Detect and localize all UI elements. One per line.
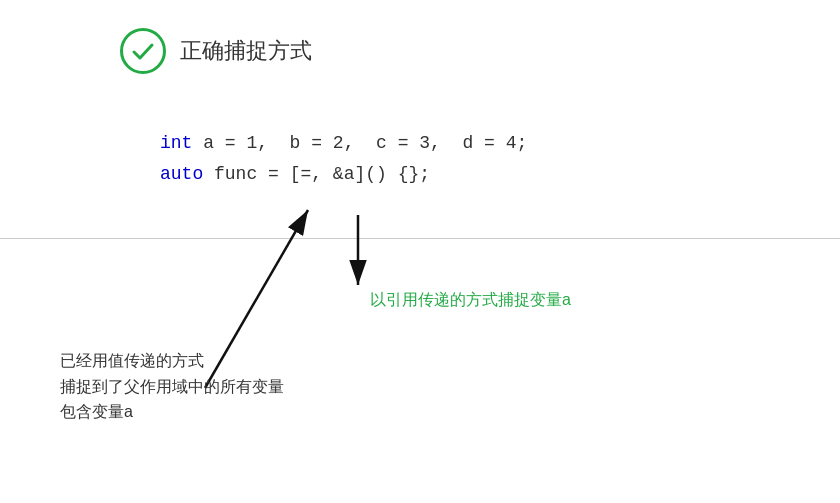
header-title: 正确捕捉方式 bbox=[180, 36, 312, 66]
checkmark-icon bbox=[130, 38, 156, 64]
arrows-svg bbox=[0, 0, 840, 503]
code-block: int a = 1, b = 2, c = 3, d = 4; auto fun… bbox=[160, 128, 527, 189]
code-line-1: int a = 1, b = 2, c = 3, d = 4; bbox=[160, 128, 527, 159]
page-container: 正确捕捉方式 int a = 1, b = 2, c = 3, d = 4; a… bbox=[0, 0, 840, 503]
left-annotation-line2: 捕捉到了父作用域中的所有变量 bbox=[60, 374, 284, 400]
keyword-int: int bbox=[160, 133, 192, 153]
code-line2-rest: func = [=, &a]() {}; bbox=[203, 164, 430, 184]
right-annotation-text: 以引用传递的方式捕捉变量a bbox=[370, 291, 571, 308]
code-line1-rest: a = 1, b = 2, c = 3, d = 4; bbox=[192, 133, 527, 153]
keyword-auto: auto bbox=[160, 164, 203, 184]
header-section: 正确捕捉方式 bbox=[120, 28, 312, 74]
code-line-2: auto func = [=, &a]() {}; bbox=[160, 159, 527, 190]
left-annotation: 已经用值传递的方式 捕捉到了父作用域中的所有变量 包含变量a bbox=[60, 348, 284, 425]
divider bbox=[0, 238, 840, 239]
right-annotation: 以引用传递的方式捕捉变量a bbox=[370, 290, 571, 311]
left-annotation-line3: 包含变量a bbox=[60, 399, 284, 425]
checkmark-circle bbox=[120, 28, 166, 74]
left-annotation-line1: 已经用值传递的方式 bbox=[60, 348, 284, 374]
